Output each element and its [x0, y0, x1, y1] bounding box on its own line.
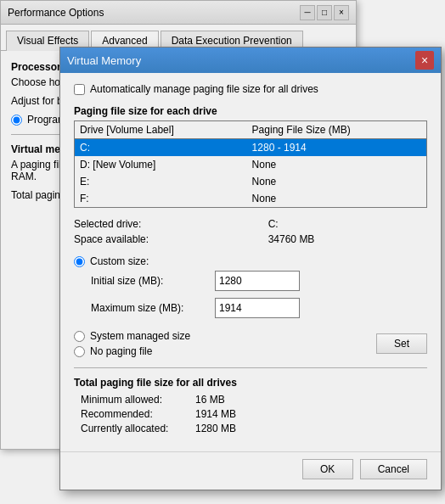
- drive-cell: E:: [75, 173, 247, 190]
- perf-window-title: Performance Options: [8, 7, 104, 19]
- custom-size-row: Custom size:: [74, 255, 427, 267]
- vm-dialog-title: Virtual Memory: [67, 54, 141, 67]
- vm-footer: OK Cancel: [60, 451, 441, 490]
- perf-close-btn[interactable]: ×: [334, 5, 349, 20]
- initial-size-row: Initial size (MB):: [91, 271, 427, 291]
- auto-manage-label: Automatically manage paging file size fo…: [90, 83, 318, 95]
- system-managed-radio[interactable]: [74, 331, 85, 342]
- total-section: Total paging file size for all drives Mi…: [74, 367, 427, 434]
- total-section-title: Total paging file size for all drives: [74, 377, 427, 389]
- table-row[interactable]: E:None: [75, 173, 427, 190]
- cancel-button[interactable]: Cancel: [360, 459, 427, 479]
- minimum-allowed-value: 16 MB: [195, 394, 427, 406]
- initial-size-input[interactable]: [215, 271, 300, 291]
- other-radios: System managed size No paging file: [74, 330, 190, 361]
- minimum-allowed-label: Minimum allowed:: [74, 394, 193, 406]
- drive-cell: D: [New Volume]: [75, 156, 247, 173]
- drive-info-grid: Selected drive: C: Space available: 3476…: [74, 218, 427, 245]
- selected-drive-value: C:: [268, 218, 427, 230]
- table-row[interactable]: C:1280 - 1914: [75, 139, 427, 157]
- no-paging-label: No paging file: [90, 345, 152, 357]
- currently-allocated-value: 1280 MB: [195, 423, 427, 434]
- size-radio-group: Custom size: Initial size (MB): Maximum …: [74, 255, 427, 323]
- maximum-size-label: Maximum size (MB):: [91, 302, 210, 314]
- perf-maximize-btn[interactable]: □: [317, 5, 332, 20]
- auto-manage-row: Automatically manage paging file size fo…: [74, 83, 427, 95]
- vm-dialog: Virtual Memory × Automatically manage pa…: [59, 47, 442, 490]
- drive-table: Drive [Volume Label] Paging File Size (M…: [74, 120, 427, 208]
- system-managed-row: System managed size: [74, 330, 190, 342]
- drive-cell: F:: [75, 190, 247, 208]
- space-available-value: 34760 MB: [268, 233, 427, 245]
- paging-col-header: Paging File Size (MB): [247, 121, 427, 139]
- maximum-size-input[interactable]: [215, 298, 300, 318]
- selected-drive-label: Selected drive:: [74, 218, 262, 230]
- custom-size-radio[interactable]: [74, 256, 85, 267]
- table-row[interactable]: F:None: [75, 190, 427, 208]
- no-paging-radio[interactable]: [74, 346, 85, 357]
- paging-size-cell: None: [247, 190, 427, 208]
- auto-manage-checkbox[interactable]: [74, 84, 85, 95]
- set-button[interactable]: Set: [376, 333, 427, 354]
- system-managed-label: System managed size: [90, 330, 190, 342]
- space-available-label: Space available:: [74, 233, 262, 245]
- paging-size-cell: 1280 - 1914: [247, 139, 427, 157]
- recommended-label: Recommended:: [74, 408, 193, 420]
- perf-minimize-btn[interactable]: ─: [300, 5, 315, 20]
- drive-cell: C:: [75, 139, 247, 157]
- total-grid: Minimum allowed: 16 MB Recommended: 1914…: [74, 394, 427, 434]
- paging-size-cell: None: [247, 173, 427, 190]
- ok-button[interactable]: OK: [302, 459, 353, 479]
- vm-titlebar: Virtual Memory ×: [60, 48, 441, 73]
- table-row[interactable]: D: [New Volume]None: [75, 156, 427, 173]
- vm-close-btn[interactable]: ×: [415, 51, 434, 70]
- recommended-value: 1914 MB: [195, 408, 427, 420]
- no-paging-row: No paging file: [74, 345, 190, 357]
- custom-size-label: Custom size:: [90, 255, 149, 267]
- drive-col-header: Drive [Volume Label]: [75, 121, 247, 139]
- paging-size-cell: None: [247, 156, 427, 173]
- radio-programs-input[interactable]: [11, 115, 22, 126]
- currently-allocated-label: Currently allocated:: [74, 423, 193, 434]
- drive-section-title: Paging file size for each drive: [74, 105, 427, 117]
- perf-titlebar: Performance Options ─ □ ×: [1, 1, 356, 25]
- max-size-row: Maximum size (MB):: [91, 298, 427, 323]
- vm-body: Automatically manage paging file size fo…: [60, 73, 441, 445]
- perf-titlebar-controls: ─ □ ×: [300, 5, 349, 20]
- initial-size-label: Initial size (MB):: [91, 275, 210, 287]
